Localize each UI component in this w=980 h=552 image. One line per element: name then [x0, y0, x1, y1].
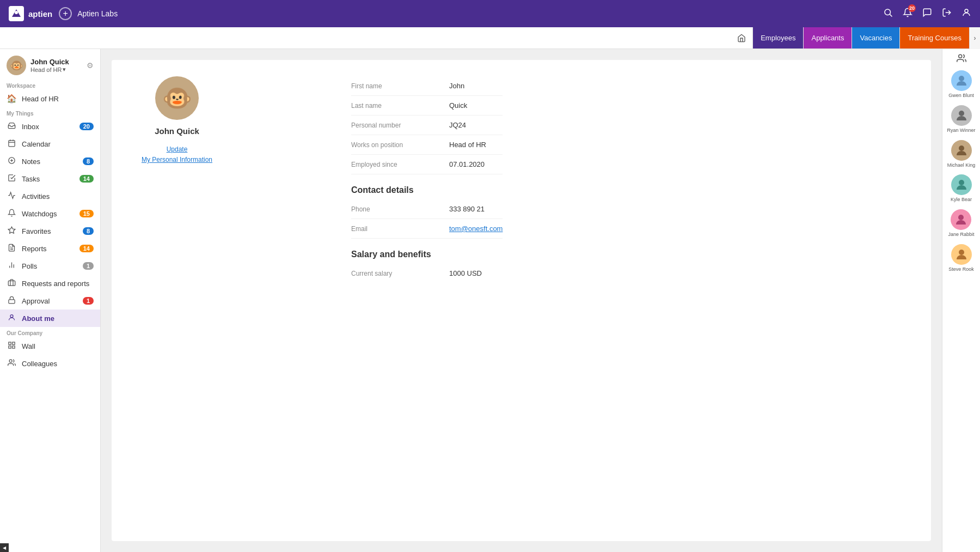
svg-rect-25 — [12, 346, 14, 348]
subbar-chevron[interactable]: › — [969, 27, 980, 49]
reports-badge: 14 — [79, 245, 94, 252]
sidebar-item-workspace[interactable]: 🏠 Head of HR — [0, 90, 100, 107]
field-last-name: Last name Quick — [351, 96, 503, 116]
colleagues-panel-icon — [957, 53, 966, 66]
company-label: Our Company — [0, 327, 100, 337]
content-area: 🐵 John Quick Update My Personal Informat… — [101, 49, 942, 552]
my-things-label: My Things — [0, 107, 100, 118]
colleague-avatar — [951, 140, 972, 161]
svg-marker-13 — [8, 227, 15, 233]
topbar-icons: 20 — [883, 8, 971, 20]
tab-employees[interactable]: Employees — [752, 27, 803, 48]
notification-badge: 20 — [908, 4, 916, 12]
update-link[interactable]: Update My Personal Information — [142, 144, 212, 165]
sidebar-item-tasks[interactable]: Tasks 14 — [0, 170, 100, 187]
home-button[interactable] — [731, 27, 752, 48]
user-menu-button[interactable] — [961, 8, 971, 20]
svg-point-33 — [959, 250, 964, 255]
svg-point-32 — [958, 215, 964, 220]
user-role: Head of HR ▾ — [30, 66, 82, 73]
sidebar-item-inbox[interactable]: Inbox 20 — [0, 118, 100, 135]
requests-icon — [7, 278, 16, 288]
colleague-avatar — [951, 174, 972, 195]
logo-text: aptien — [28, 9, 52, 19]
logout-button[interactable] — [942, 8, 952, 20]
profile-avatar: 🐵 — [155, 76, 199, 120]
tasks-badge: 14 — [79, 175, 94, 183]
svg-rect-23 — [12, 342, 14, 344]
colleague-name: Michael King — [947, 162, 976, 168]
approval-icon — [7, 296, 16, 306]
colleagues-icon — [7, 359, 16, 368]
sidebar-item-wall[interactable]: Wall — [0, 337, 100, 355]
polls-badge: 1 — [83, 262, 94, 270]
field-phone: Phone 333 890 21 — [351, 199, 503, 219]
sidebar-item-notes[interactable]: Notes 8 — [0, 153, 100, 170]
email-link[interactable]: tom@onesft.com — [449, 225, 503, 233]
sidebar-item-polls[interactable]: Polls 1 — [0, 257, 100, 275]
sidebar-item-colleagues[interactable]: Colleagues — [0, 355, 100, 372]
add-button[interactable]: + — [59, 7, 72, 20]
colleague-name: Kyle Bear — [951, 197, 972, 203]
sidebar-item-requests[interactable]: Requests and reports — [0, 275, 100, 292]
company-name: Aptien Labs — [77, 9, 118, 18]
favorites-badge: 8 — [83, 227, 94, 235]
svg-point-28 — [959, 76, 964, 81]
workspace-label: Workspace — [0, 80, 100, 90]
sidebar-item-about-me[interactable]: About me — [0, 310, 100, 327]
logo[interactable]: aptien — [9, 6, 52, 21]
sidebar-item-activities[interactable]: Activities — [0, 187, 100, 205]
colleague-kyle[interactable]: Kyle Bear — [951, 174, 972, 203]
sidebar: 🐵 John Quick Head of HR ▾ ⚙ Workspace 🏠 … — [0, 49, 101, 552]
tab-training[interactable]: Training Courses — [899, 27, 969, 48]
colleague-name: Steve Rook — [948, 266, 974, 272]
calendar-icon — [7, 139, 16, 149]
activities-icon — [7, 191, 16, 201]
svg-point-1 — [15, 11, 18, 14]
field-email: Email tom@onesft.com — [351, 219, 503, 239]
svg-point-29 — [959, 111, 964, 116]
logo-icon — [9, 6, 24, 21]
svg-point-21 — [10, 315, 13, 318]
colleague-avatar — [951, 105, 972, 126]
tab-applicants[interactable]: Applicants — [803, 27, 852, 48]
svg-point-30 — [959, 145, 964, 151]
sidebar-item-favorites[interactable]: Favorites 8 — [0, 222, 100, 240]
svg-line-3 — [890, 14, 892, 16]
svg-point-27 — [958, 54, 961, 58]
colleague-name: Jane Rabbit — [948, 232, 974, 238]
colleague-steve[interactable]: Steve Rook — [948, 244, 974, 272]
colleague-ryan[interactable]: Ryan Winner — [947, 105, 975, 134]
colleague-name: Ryan Winner — [947, 128, 975, 134]
topbar: aptien + Aptien Labs 20 — [0, 0, 980, 27]
notes-icon — [7, 156, 16, 166]
search-button[interactable] — [883, 8, 893, 20]
home-icon: 🏠 — [7, 94, 16, 104]
notification-button[interactable]: 20 — [903, 8, 912, 20]
subbar-tabs: Employees Applicants Vacancies Training … — [752, 27, 969, 48]
polls-icon — [7, 261, 16, 271]
subbar: Employees Applicants Vacancies Training … — [0, 27, 980, 49]
reports-icon — [7, 244, 16, 253]
field-employed-since: Employed since 07.01.2020 — [351, 155, 503, 174]
watchdogs-icon — [7, 209, 16, 219]
colleague-michael[interactable]: Michael King — [947, 140, 976, 168]
chat-button[interactable] — [922, 8, 932, 20]
profile-fields: First name John Last name Quick Personal… — [351, 76, 503, 283]
colleague-jane[interactable]: Jane Rabbit — [948, 209, 974, 238]
settings-button[interactable]: ⚙ — [87, 61, 94, 70]
sidebar-item-reports[interactable]: Reports 14 — [0, 240, 100, 257]
sidebar-item-calendar[interactable]: Calendar — [0, 135, 100, 153]
favorites-icon — [7, 226, 16, 236]
notes-badge: 8 — [83, 157, 94, 165]
tab-vacancies[interactable]: Vacancies — [852, 27, 899, 48]
svg-rect-24 — [8, 346, 10, 348]
profile-name: John Quick — [155, 126, 199, 136]
sidebar-item-approval[interactable]: Approval 1 — [0, 292, 100, 310]
colleague-gwen[interactable]: Gwen Blunt — [948, 70, 974, 99]
colleague-name: Gwen Blunt — [948, 93, 974, 99]
sidebar-item-watchdogs[interactable]: Watchdogs 15 — [0, 205, 100, 222]
watchdogs-badge: 15 — [79, 210, 94, 217]
wall-icon — [7, 341, 16, 351]
bottom-indicator: ◀ — [0, 543, 9, 552]
